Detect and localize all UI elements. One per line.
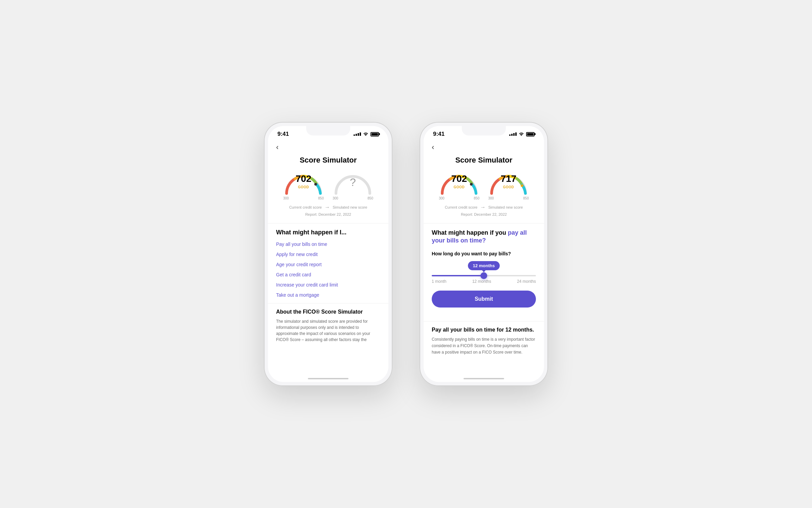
signal-icon bbox=[354, 132, 361, 136]
question-heading: What might happen if you pay all your bi… bbox=[432, 229, 536, 245]
divider-1 bbox=[268, 223, 388, 224]
sim-gauge-range-min-1: 300 bbox=[333, 196, 338, 200]
score-labels-row-2: Current credit score → Simulated new sco… bbox=[432, 204, 536, 210]
phone-notch bbox=[306, 126, 350, 135]
divider-4 bbox=[424, 321, 544, 321]
scores-row-1: 702 GOOD 300 850 bbox=[276, 171, 380, 200]
current-score-label-1: GOOD bbox=[298, 185, 309, 189]
current-score-value-1: 702 bbox=[296, 174, 312, 184]
current-score-gauge-1: 702 GOOD 300 850 bbox=[281, 171, 325, 200]
simulated-score-gauge-2: 717 GOOD 300 850 bbox=[487, 171, 531, 200]
battery-icon bbox=[370, 132, 379, 136]
divider-3 bbox=[424, 223, 544, 224]
phones-container: 9:41 ‹ bbox=[264, 122, 548, 386]
result-title: Pay all your bills on time for 12 months… bbox=[432, 327, 536, 333]
home-indicator-2 bbox=[464, 378, 504, 379]
sim-gauge-range-max-2: 850 bbox=[523, 196, 529, 200]
slider-tooltip-bubble: 12 months bbox=[468, 261, 499, 270]
status-time-2: 9:41 bbox=[433, 131, 445, 137]
slider-thumb[interactable] bbox=[480, 272, 487, 279]
submit-button[interactable]: Submit bbox=[432, 291, 536, 308]
current-label-2: Current credit score bbox=[445, 205, 478, 209]
current-score-label-2: GOOD bbox=[454, 185, 465, 189]
page-title-1: Score Simulator bbox=[276, 156, 380, 165]
menu-item-0[interactable]: Pay all your bills on time bbox=[276, 241, 380, 247]
slider-track[interactable] bbox=[432, 275, 536, 276]
svg-point-2 bbox=[521, 184, 523, 187]
simulated-gauge-svg-1: ? bbox=[333, 171, 373, 195]
svg-point-0 bbox=[314, 183, 317, 186]
slider-fill bbox=[432, 275, 484, 276]
simulated-score-value-2: 717 bbox=[501, 174, 517, 184]
current-label-1: Current credit score bbox=[289, 205, 322, 209]
simulated-label-2: Simulated new score bbox=[488, 205, 523, 209]
slider-label-mid: 12 months bbox=[472, 279, 491, 284]
wifi-icon-2 bbox=[519, 131, 524, 137]
menu-item-4[interactable]: Increase your credit card limit bbox=[276, 282, 380, 288]
menu-item-3[interactable]: Get a credit card bbox=[276, 272, 380, 277]
arrow-icon-1: → bbox=[324, 204, 330, 210]
menu-item-1[interactable]: Apply for new credit bbox=[276, 252, 380, 257]
signal-icon-2 bbox=[509, 132, 517, 136]
simulated-score-gauge-1: ? 300 850 bbox=[331, 171, 375, 200]
phone-2: 9:41 ‹ bbox=[420, 122, 548, 386]
home-indicator-1 bbox=[308, 378, 348, 379]
current-gauge-svg-2: 702 GOOD bbox=[439, 171, 479, 195]
report-date-1: Report: December 22, 2022 bbox=[276, 212, 380, 216]
gauge-range-max-1: 850 bbox=[318, 196, 324, 200]
result-text: Consistently paying bills on time is a v… bbox=[432, 336, 536, 356]
wifi-icon bbox=[363, 131, 368, 137]
phone-1: 9:41 ‹ bbox=[264, 122, 392, 386]
status-icons-1 bbox=[354, 131, 379, 137]
back-button-2[interactable]: ‹ bbox=[432, 140, 536, 156]
simulated-score-value-1: ? bbox=[350, 176, 356, 188]
simulated-score-label-2: GOOD bbox=[503, 185, 514, 189]
slider-label-min: 1 month bbox=[432, 279, 446, 284]
menu-item-2[interactable]: Age your credit report bbox=[276, 262, 380, 267]
scores-row-2: 702 GOOD 300 850 bbox=[432, 171, 536, 200]
gauge-range-min-1: 300 bbox=[283, 196, 289, 200]
gauge-range-min-2: 300 bbox=[439, 196, 445, 200]
report-date-2: Report: December 22, 2022 bbox=[432, 212, 536, 216]
battery-icon-2 bbox=[526, 132, 535, 136]
simulated-gauge-svg-2: 717 GOOD bbox=[488, 171, 529, 195]
slider-labels: 1 month 12 months 24 months bbox=[432, 279, 536, 284]
status-time-1: 9:41 bbox=[277, 131, 289, 137]
menu-list-1: Pay all your bills on time Apply for new… bbox=[276, 241, 380, 298]
question-prefix: What might happen if you bbox=[432, 229, 508, 236]
slider-tooltip-area: 12 months bbox=[432, 261, 536, 270]
slider-label-max: 24 months bbox=[517, 279, 536, 284]
current-score-gauge-2: 702 GOOD 300 850 bbox=[437, 171, 481, 200]
current-gauge-svg-1: 702 GOOD bbox=[283, 171, 324, 195]
score-labels-row-1: Current credit score → Simulated new sco… bbox=[276, 204, 380, 210]
status-icons-2 bbox=[509, 131, 535, 137]
about-text-1: The simulator and simulated score are pr… bbox=[276, 318, 380, 343]
sim-gauge-range-min-2: 300 bbox=[488, 196, 494, 200]
sim-gauge-range-max-1: 850 bbox=[367, 196, 373, 200]
arrow-icon-2: → bbox=[480, 204, 486, 210]
divider-2 bbox=[268, 303, 388, 303]
simulated-label-1: Simulated new score bbox=[333, 205, 367, 209]
sub-question: How long do you want to pay bills? bbox=[432, 251, 536, 256]
menu-item-5[interactable]: Take out a mortgage bbox=[276, 292, 380, 298]
current-score-value-2: 702 bbox=[451, 174, 467, 184]
section-title-1: What might happen if I... bbox=[276, 229, 380, 236]
back-button-1[interactable]: ‹ bbox=[276, 140, 380, 156]
gauge-range-max-2: 850 bbox=[474, 196, 479, 200]
about-title-1: About the FICO® Score Simulator bbox=[276, 309, 380, 315]
page-title-2: Score Simulator bbox=[432, 156, 536, 165]
phone-1-content: ‹ Score Simulator bbox=[268, 140, 388, 382]
phone-notch-2 bbox=[462, 126, 506, 135]
svg-point-1 bbox=[470, 183, 473, 186]
slider-container: 12 months 1 month 12 months 24 months bbox=[432, 261, 536, 284]
phone-2-content: ‹ Score Simulator bbox=[424, 140, 544, 382]
